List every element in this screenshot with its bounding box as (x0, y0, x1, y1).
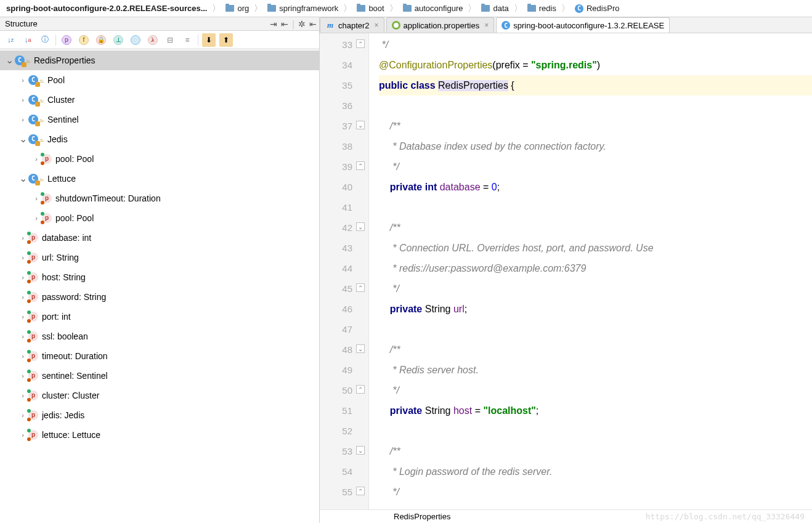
breadcrumb-item[interactable]: boot (353, 4, 388, 13)
structure-tree[interactable]: ⌄C⎁RedisProperties›C⎁Pool›C⎁Cluster›C⎁Se… (0, 49, 319, 523)
code-line[interactable] (379, 95, 812, 116)
code-line[interactable]: * Connection URL. Overrides host, port, … (379, 238, 812, 258)
tree-node[interactable]: ›C⎁Sentinel (0, 110, 319, 129)
line-number[interactable]: 55 (320, 482, 352, 502)
line-number[interactable]: 52 (320, 421, 352, 441)
fold-close-icon[interactable]: ⌃ (356, 39, 365, 48)
filter-anon-icon[interactable] (129, 33, 142, 47)
code-line[interactable] (379, 197, 812, 217)
editor-gutter[interactable]: 3334353637383940414243444546474849505152… (320, 33, 369, 509)
code-line[interactable]: */ (379, 482, 812, 502)
code-line[interactable]: @ConfigurationProperties(prefix = "sprin… (379, 55, 812, 75)
line-number[interactable]: 38 (320, 136, 352, 156)
filter-tree-icon[interactable]: ≡ (181, 33, 194, 47)
sort-alpha-icon[interactable]: ↓a (21, 33, 35, 47)
line-number[interactable]: 45 (320, 278, 352, 299)
tree-node[interactable]: ›pcluster: Cluster (0, 386, 319, 405)
line-number[interactable]: 43 (320, 238, 352, 258)
code-line[interactable]: * Login password of the redis server. (379, 461, 812, 482)
line-number[interactable]: 42 (320, 217, 352, 238)
code-line[interactable]: /** (379, 441, 812, 461)
line-number[interactable]: 37 (320, 116, 352, 136)
chevron-down-icon[interactable]: ⌄ (17, 129, 28, 149)
editor-tab[interactable]: application.properties× (386, 17, 495, 33)
code-line[interactable]: * Redis server host. (379, 360, 812, 380)
tree-node[interactable]: ›ptimeout: Duration (0, 346, 319, 366)
line-number[interactable]: 39 (320, 156, 352, 177)
chevron-right-icon[interactable]: › (17, 307, 28, 326)
tree-node[interactable]: ›ppool: Pool (0, 149, 319, 169)
code-line[interactable] (379, 319, 812, 339)
chevron-right-icon[interactable]: › (17, 248, 28, 267)
line-number[interactable]: 51 (320, 400, 352, 421)
hide-icon[interactable]: ⇤ (309, 19, 317, 29)
editor-code[interactable]: */@ConfigurationProperties(prefix = "spr… (369, 33, 812, 509)
fold-close-icon[interactable]: ⌃ (356, 161, 365, 170)
code-line[interactable]: private String url; (379, 299, 812, 319)
fold-open-icon[interactable]: ⌄ (356, 222, 365, 231)
breadcrumb-item[interactable]: data (477, 4, 512, 13)
code-line[interactable]: private int database = 0; (379, 177, 812, 197)
chevron-right-icon[interactable]: › (17, 90, 28, 110)
tree-node[interactable]: ⌄C⎁RedisProperties (0, 51, 319, 70)
line-number[interactable]: 34 (320, 55, 352, 75)
fold-close-icon[interactable]: ⌃ (356, 283, 365, 292)
chevron-right-icon[interactable]: › (17, 267, 28, 287)
code-line[interactable]: */ (379, 380, 812, 400)
chevron-right-icon[interactable]: › (17, 366, 28, 386)
chevron-right-icon[interactable]: › (17, 386, 28, 405)
tree-node[interactable]: ›pport: int (0, 307, 319, 326)
code-line[interactable]: */ (379, 34, 812, 55)
tree-node[interactable]: ›ppassword: String (0, 287, 319, 307)
tree-node[interactable]: ⌄C⎁Jedis (0, 129, 319, 149)
fold-open-icon[interactable]: ⌄ (356, 446, 365, 455)
chevron-right-icon[interactable]: › (31, 208, 42, 228)
line-number[interactable]: 35 (320, 75, 352, 95)
breadcrumb-item[interactable]: autoconfigure (399, 4, 467, 13)
line-number[interactable]: 40 (320, 177, 352, 197)
tree-node[interactable]: ›purl: String (0, 248, 319, 267)
code-line[interactable]: public class RedisProperties { (379, 75, 812, 95)
chevron-right-icon[interactable]: › (17, 287, 28, 307)
line-number[interactable]: 33 (320, 34, 352, 55)
filter-f-icon[interactable]: f (77, 33, 91, 47)
chevron-right-icon[interactable]: › (31, 189, 42, 208)
fold-open-icon[interactable]: ⌄ (356, 121, 365, 129)
line-number[interactable]: 46 (320, 299, 352, 319)
code-line[interactable]: private String host = "localhost"; (379, 400, 812, 421)
code-line[interactable]: */ (379, 156, 812, 177)
tree-node[interactable]: ›pshutdownTimeout: Duration (0, 189, 319, 208)
breadcrumb-item[interactable]: springframework (264, 4, 342, 13)
tree-node[interactable]: ›psentinel: Sentinel (0, 366, 319, 386)
expand-icon[interactable]: ⇤ (281, 19, 288, 29)
code-line[interactable]: */ (379, 278, 812, 299)
line-number[interactable]: 54 (320, 461, 352, 482)
autoscroll-to-icon[interactable]: ⬇ (202, 33, 216, 47)
chevron-down-icon[interactable]: ⌄ (4, 51, 15, 70)
chevron-right-icon[interactable]: › (17, 70, 28, 90)
code-line[interactable]: /** (379, 217, 812, 238)
tree-node[interactable]: ⌄C⎁Lettuce (0, 169, 319, 189)
breadcrumb-item[interactable]: CRedisPro (571, 4, 623, 13)
chevron-right-icon[interactable]: › (17, 228, 28, 248)
tree-node[interactable]: ›pdatabase: int (0, 228, 319, 248)
breadcrumb-item[interactable]: redis (524, 4, 560, 13)
chevron-down-icon[interactable]: ⌄ (17, 169, 28, 189)
filter-lambda-icon[interactable]: λ (146, 33, 160, 47)
line-number[interactable]: 44 (320, 258, 352, 278)
line-number[interactable]: 49 (320, 360, 352, 380)
chevron-right-icon[interactable]: › (17, 346, 28, 366)
tree-node[interactable]: ›C⎁Cluster (0, 90, 319, 110)
line-number[interactable]: 53 (320, 441, 352, 461)
tree-node[interactable]: ›C⎁Pool (0, 70, 319, 90)
sort-icon[interactable]: ↓z (4, 33, 17, 47)
chevron-right-icon[interactable]: › (17, 326, 28, 346)
code-line[interactable] (379, 421, 812, 441)
filter-p-icon[interactable]: p (60, 33, 73, 47)
line-number[interactable]: 48 (320, 339, 352, 360)
chevron-right-icon[interactable]: › (31, 149, 42, 169)
editor-tab[interactable]: mchapter2× (320, 17, 384, 33)
collapse-icon[interactable]: ⇥ (270, 19, 277, 29)
line-number[interactable]: 41 (320, 197, 352, 217)
breadcrumb-item[interactable]: org (222, 4, 253, 13)
